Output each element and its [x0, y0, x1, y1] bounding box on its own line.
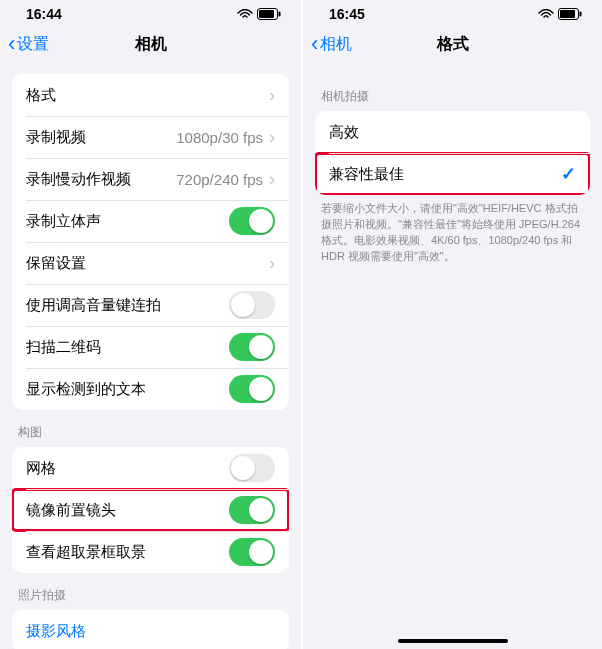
svg-rect-1	[259, 10, 274, 18]
row-label: 兼容性最佳	[329, 165, 561, 184]
back-button[interactable]: ‹ 设置	[8, 33, 49, 55]
row-stereo[interactable]: 录制立体声	[12, 200, 289, 242]
row-high-efficiency[interactable]: 高效	[315, 111, 590, 153]
phone-camera-settings: 16:44 ‹ 设置 相机 格式 › 录制视频 1080p/30 fps › 录…	[0, 0, 301, 649]
status-time: 16:44	[26, 6, 62, 22]
row-most-compatible[interactable]: 兼容性最佳 ✓	[315, 153, 590, 195]
chevron-left-icon: ‹	[311, 33, 318, 55]
row-record-slomo[interactable]: 录制慢动作视频 720p/240 fps ›	[12, 158, 289, 200]
content: 格式 › 录制视频 1080p/30 fps › 录制慢动作视频 720p/24…	[0, 74, 301, 649]
toggle-view-outside[interactable]	[229, 538, 275, 566]
row-photo-style[interactable]: 摄影风格	[12, 610, 289, 649]
chevron-left-icon: ‹	[8, 33, 15, 55]
row-volume-burst[interactable]: 使用调高音量键连拍	[12, 284, 289, 326]
back-button[interactable]: ‹ 相机	[311, 33, 352, 55]
toggle-grid[interactable]	[229, 454, 275, 482]
row-mirror-front[interactable]: 镜像前置镜头	[12, 489, 289, 531]
row-detected-text[interactable]: 显示检测到的文本	[12, 368, 289, 410]
row-label: 格式	[26, 86, 269, 105]
row-label: 镜像前置镜头	[26, 501, 229, 520]
section-header-capture: 照片拍摄	[0, 573, 301, 610]
svg-rect-2	[279, 12, 281, 17]
row-label: 高效	[329, 123, 576, 142]
section-header-camera-capture: 相机拍摄	[303, 74, 602, 111]
svg-rect-4	[560, 10, 575, 18]
back-label: 设置	[17, 34, 49, 55]
group-main: 格式 › 录制视频 1080p/30 fps › 录制慢动作视频 720p/24…	[12, 74, 289, 410]
row-view-outside[interactable]: 查看超取景框取景	[12, 531, 289, 573]
content: 相机拍摄 高效 兼容性最佳 ✓ 若要缩小文件大小，请使用"高效"HEIF/HEV…	[303, 74, 602, 649]
page-title: 格式	[437, 34, 469, 55]
row-detail: 720p/240 fps	[176, 171, 263, 188]
toggle-detected-text[interactable]	[229, 375, 275, 403]
toggle-stereo[interactable]	[229, 207, 275, 235]
chevron-right-icon: ›	[269, 169, 275, 190]
row-detail: 1080p/30 fps	[176, 129, 263, 146]
home-indicator	[398, 639, 508, 643]
row-grid[interactable]: 网格	[12, 447, 289, 489]
battery-icon	[558, 8, 582, 20]
row-label: 录制视频	[26, 128, 176, 147]
status-time: 16:45	[329, 6, 365, 22]
phone-format-settings: 16:45 ‹ 相机 格式 相机拍摄 高效 兼容性最佳 ✓ 若要缩小文件大小，请…	[301, 0, 602, 649]
row-label: 录制慢动作视频	[26, 170, 176, 189]
row-label: 使用调高音量键连拍	[26, 296, 229, 315]
section-header-composition: 构图	[0, 410, 301, 447]
row-format[interactable]: 格式 ›	[12, 74, 289, 116]
row-label: 保留设置	[26, 254, 269, 273]
status-right	[538, 8, 582, 20]
nav-bar: ‹ 相机 格式	[303, 24, 602, 64]
nav-bar: ‹ 设置 相机	[0, 24, 301, 64]
svg-rect-5	[580, 12, 582, 17]
checkmark-icon: ✓	[561, 163, 576, 185]
wifi-icon	[237, 9, 253, 19]
group-capture: 摄影风格	[12, 610, 289, 649]
toggle-scan-qr[interactable]	[229, 333, 275, 361]
group-format: 高效 兼容性最佳 ✓	[315, 111, 590, 195]
back-label: 相机	[320, 34, 352, 55]
row-scan-qr[interactable]: 扫描二维码	[12, 326, 289, 368]
footer-format: 若要缩小文件大小，请使用"高效"HEIF/HEVC 格式拍摄照片和视频。"兼容性…	[303, 195, 602, 275]
battery-icon	[257, 8, 281, 20]
row-label: 网格	[26, 459, 229, 478]
chevron-right-icon: ›	[269, 253, 275, 274]
row-label: 查看超取景框取景	[26, 543, 229, 562]
row-preserve[interactable]: 保留设置 ›	[12, 242, 289, 284]
status-right	[237, 8, 281, 20]
row-record-video[interactable]: 录制视频 1080p/30 fps ›	[12, 116, 289, 158]
status-bar: 16:45	[303, 0, 602, 24]
toggle-volume-burst[interactable]	[229, 291, 275, 319]
group-composition: 网格 镜像前置镜头 查看超取景框取景	[12, 447, 289, 573]
chevron-right-icon: ›	[269, 85, 275, 106]
row-label: 摄影风格	[26, 622, 275, 641]
row-label: 录制立体声	[26, 212, 229, 231]
chevron-right-icon: ›	[269, 127, 275, 148]
toggle-mirror-front[interactable]	[229, 496, 275, 524]
status-bar: 16:44	[0, 0, 301, 24]
page-title: 相机	[135, 34, 167, 55]
row-label: 显示检测到的文本	[26, 380, 229, 399]
row-label: 扫描二维码	[26, 338, 229, 357]
wifi-icon	[538, 9, 554, 19]
